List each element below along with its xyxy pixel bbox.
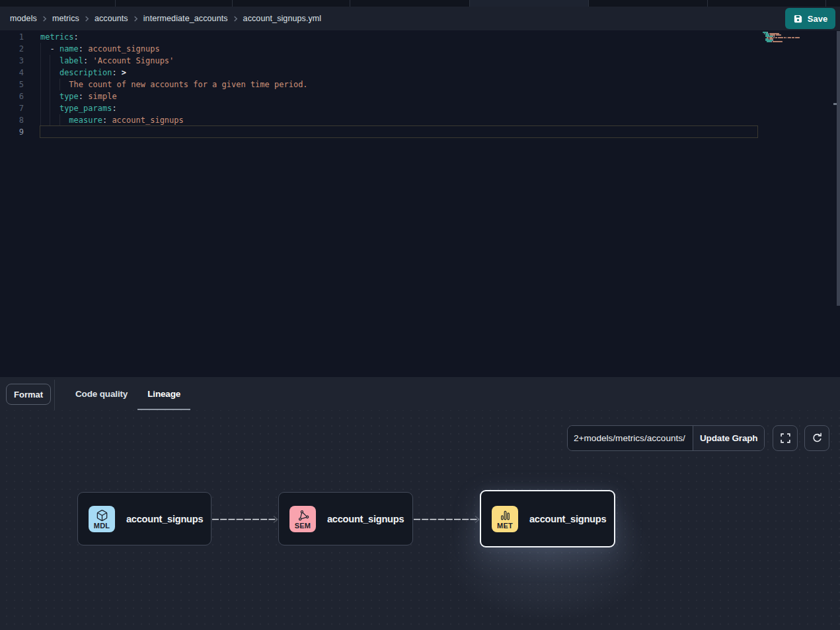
lineage-node-mdl[interactable]: MDLaccount_signups	[77, 492, 211, 545]
refresh-icon	[812, 433, 823, 444]
node-title: account_signups	[327, 514, 404, 524]
code-line[interactable]: 1metrics:	[0, 31, 840, 43]
save-label: Save	[808, 14, 827, 24]
save-button[interactable]: Save	[785, 8, 835, 29]
indent-guide	[59, 114, 60, 126]
code-text: metrics:	[40, 31, 79, 43]
code-editor[interactable]: 1metrics:2 - name: account_signups3 labe…	[0, 30, 840, 377]
node-title: account_signups	[529, 514, 606, 524]
chevron-right-icon	[84, 16, 90, 22]
overview-ruler-marker	[833, 103, 837, 105]
code-line[interactable]: 5 The count of new accounts for a given …	[0, 79, 840, 90]
editor-tab-strip	[0, 0, 840, 7]
line-number: 2	[0, 43, 24, 55]
breadcrumb: modelsmetricsaccountsintermediate_accoun…	[10, 14, 321, 23]
line-number: 6	[0, 90, 24, 102]
node-title: account_signups	[126, 514, 203, 524]
badge-label: SEM	[295, 522, 311, 530]
fullscreen-icon	[780, 433, 791, 444]
line-number: 9	[0, 126, 24, 138]
update-graph-button[interactable]: Update Graph	[693, 426, 764, 450]
code-line[interactable]: 4 description: >	[0, 67, 840, 79]
indent-guide	[59, 79, 60, 90]
fullscreen-button[interactable]	[773, 425, 798, 451]
model-cube-icon	[96, 508, 108, 522]
metric-chart-icon	[499, 508, 512, 522]
badge-label: MET	[497, 522, 513, 530]
line-number: 7	[0, 102, 24, 114]
code-text: The count of new accounts for a given ti…	[40, 79, 308, 90]
code-text: type: simple	[40, 90, 117, 102]
code-line[interactable]: 6 type: simple	[0, 90, 840, 102]
lineage-graph[interactable]: Update Graph MDLaccount_signupsSEMaccou	[0, 410, 840, 630]
editor-scrollbar[interactable]	[837, 31, 840, 306]
code-line[interactable]: 3 label: 'Account Signups'	[0, 55, 840, 67]
indent-guide	[50, 55, 50, 126]
panel-tab-lineage[interactable]: Lineage	[137, 377, 190, 410]
semantic-model-badge: SEM	[289, 506, 316, 532]
panel-tab-code-quality[interactable]: Code quality	[65, 377, 137, 410]
chevron-right-icon	[42, 16, 48, 22]
line-number: 5	[0, 79, 24, 90]
breadcrumb-item[interactable]: intermediate_accounts	[143, 14, 228, 23]
panel-divider	[54, 380, 55, 410]
breadcrumb-item[interactable]: accounts	[95, 14, 128, 23]
line-number: 3	[0, 55, 24, 67]
code-text: description: >	[40, 67, 126, 79]
model-cube-badge: MDL	[89, 506, 115, 532]
chevron-right-icon	[233, 16, 239, 22]
code-text: type_params:	[40, 102, 117, 114]
semantic-model-icon	[297, 508, 309, 522]
breadcrumb-item[interactable]: models	[10, 14, 37, 23]
dbt-ide-app: modelsmetricsaccountsintermediate_accoun…	[0, 0, 840, 630]
code-text: measure: account_signups	[40, 114, 184, 126]
refresh-button[interactable]	[804, 425, 829, 451]
breadcrumb-item[interactable]: account_signups.yml	[243, 14, 322, 23]
code-line[interactable]: 8 measure: account_signups	[0, 114, 840, 126]
indent-guide	[40, 43, 41, 126]
format-button[interactable]: Format	[6, 384, 51, 405]
active-file-tab[interactable]	[470, 0, 588, 7]
line-number: 8	[0, 114, 24, 126]
chevron-right-icon	[133, 16, 139, 22]
code-text: - name: account_signups	[40, 43, 160, 55]
panel-tab-row: Format Code qualityLineage	[0, 377, 840, 410]
code-text: label: 'Account Signups'	[40, 55, 174, 67]
metric-chart-badge: MET	[492, 506, 518, 532]
lineage-selector-group: Update Graph	[567, 425, 765, 451]
lineage-node-met[interactable]: METaccount_signups	[480, 490, 615, 547]
line-number: 4	[0, 67, 24, 79]
code-line[interactable]: 7 type_params:	[0, 102, 840, 114]
save-icon	[793, 14, 803, 24]
code-line[interactable]: 2 - name: account_signups	[0, 43, 840, 55]
bottom-panel: Format Code qualityLineage Update Graph	[0, 377, 840, 630]
lineage-selector-input[interactable]	[568, 426, 693, 450]
line-number: 1	[0, 31, 24, 43]
panel-tabs: Code qualityLineage	[65, 377, 190, 410]
lineage-node-sem[interactable]: SEMaccount_signups	[278, 492, 413, 545]
badge-label: MDL	[94, 522, 110, 530]
file-path-bar: modelsmetricsaccountsintermediate_accoun…	[0, 7, 840, 30]
breadcrumb-item[interactable]: metrics	[52, 14, 79, 23]
current-line-highlight	[40, 125, 758, 138]
